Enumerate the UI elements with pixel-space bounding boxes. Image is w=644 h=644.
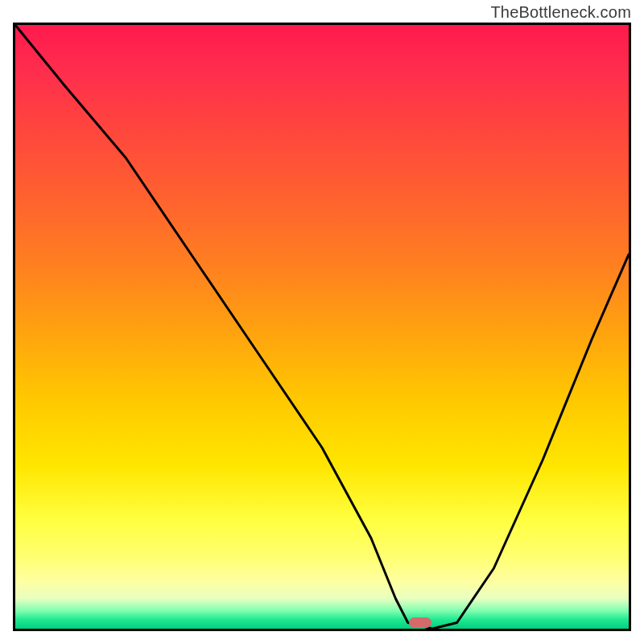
bottleneck-curve — [15, 25, 629, 629]
plot-area — [13, 23, 631, 631]
curve-path — [15, 25, 629, 629]
attribution-text: TheBottleneck.com — [490, 3, 631, 22]
bottleneck-chart: TheBottleneck.com — [0, 0, 644, 644]
optimal-point-marker — [409, 617, 431, 628]
